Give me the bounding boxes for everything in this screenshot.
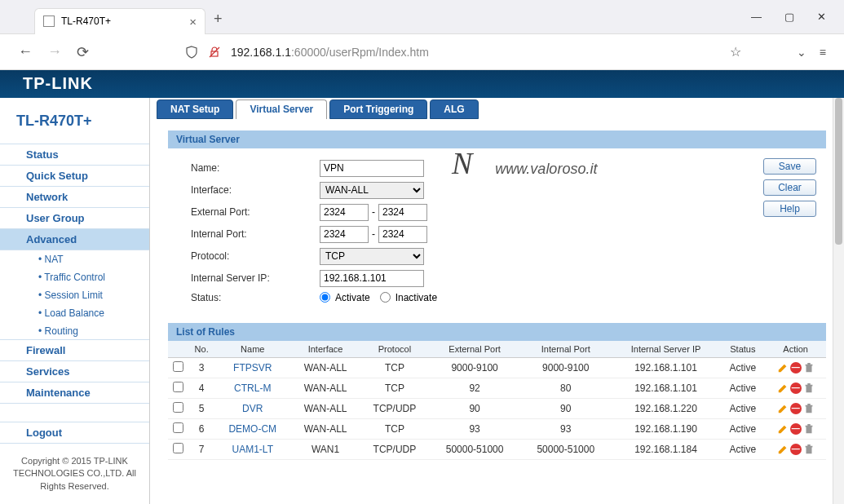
- table-row: 7UAM1-LTWAN1TCP/UDP50000-5100050000-5100…: [168, 439, 826, 459]
- tab-virtual-server[interactable]: Virtual Server: [236, 99, 327, 119]
- clear-button[interactable]: Clear: [763, 179, 816, 196]
- row-checkbox[interactable]: [173, 361, 183, 372]
- tab-title: TL-R470T+: [61, 15, 111, 27]
- row-checkbox[interactable]: [173, 402, 183, 413]
- int-port-to-input[interactable]: [378, 226, 427, 243]
- row-checkbox[interactable]: [173, 382, 183, 392]
- table-header: Action: [765, 341, 826, 358]
- tab-alg[interactable]: ALG: [430, 99, 478, 119]
- trash-icon[interactable]: [803, 423, 815, 435]
- protocol-label: Protocol:: [191, 250, 320, 262]
- ext-port-to-input[interactable]: [378, 204, 427, 221]
- reload-button[interactable]: ⟳: [77, 43, 89, 61]
- row-int-port: 90: [520, 398, 612, 418]
- content-area: NAT Setup Virtual Server Port Triggering…: [150, 98, 844, 504]
- maximize-button[interactable]: ▢: [784, 11, 794, 23]
- close-tab-icon[interactable]: ×: [189, 15, 197, 29]
- menu-icon[interactable]: ≡: [820, 46, 826, 59]
- new-tab-button[interactable]: +: [214, 11, 223, 28]
- trash-icon[interactable]: [803, 382, 815, 394]
- content-scrollbar[interactable]: [833, 98, 844, 504]
- sidebar-item-quicksetup[interactable]: Quick Setup: [0, 165, 149, 187]
- sidebar-sub-traffic[interactable]: Traffic Control: [0, 268, 149, 286]
- row-no: 3: [188, 357, 214, 378]
- trash-icon[interactable]: [803, 362, 815, 374]
- sidebar-item-status[interactable]: Status: [0, 144, 149, 166]
- close-window-button[interactable]: ✕: [817, 11, 826, 23]
- tab-nat-setup[interactable]: NAT Setup: [157, 99, 233, 119]
- edit-icon[interactable]: [777, 403, 789, 414]
- status-activate-radio[interactable]: Activate: [320, 292, 370, 303]
- remove-icon[interactable]: —: [790, 403, 802, 414]
- page-icon: [43, 15, 55, 27]
- int-port-separator: -: [372, 228, 375, 240]
- trash-icon[interactable]: [803, 403, 815, 414]
- window-controls: — ▢ ✕: [751, 11, 844, 23]
- sidebar-sub-routing[interactable]: Routing: [0, 322, 149, 340]
- remove-icon[interactable]: —: [790, 423, 802, 435]
- int-port-from-input[interactable]: [320, 226, 369, 243]
- row-name: UAM1-LT: [214, 439, 291, 459]
- row-no: 5: [188, 398, 214, 418]
- watermark: Nwww.valoroso.it: [452, 145, 597, 181]
- tab-port-triggering[interactable]: Port Triggering: [329, 99, 427, 119]
- row-no: 7: [188, 439, 214, 459]
- table-row: 3FTPSVRWAN-ALLTCP9000-91009000-9100192.1…: [168, 357, 826, 378]
- address-bar[interactable]: 192.168.1.1:60000/userRpm/Index.htm ☆: [185, 44, 741, 60]
- row-interface: WAN-ALL: [291, 378, 360, 398]
- help-button[interactable]: Help: [763, 201, 816, 217]
- remove-icon[interactable]: —: [790, 362, 802, 374]
- sidebar-item-network[interactable]: Network: [0, 186, 149, 208]
- back-button[interactable]: ←: [18, 43, 33, 60]
- sidebar-item-firewall[interactable]: Firewall: [0, 339, 149, 361]
- status-inactivate-radio[interactable]: Inactivate: [380, 292, 437, 303]
- edit-icon[interactable]: [777, 423, 789, 435]
- pocket-icon[interactable]: ⌄: [797, 46, 806, 59]
- row-checkbox[interactable]: [173, 422, 183, 433]
- ext-port-separator: -: [372, 206, 375, 218]
- row-protocol: TCP: [360, 378, 430, 398]
- sidebar-sub-session[interactable]: Session Limit: [0, 286, 149, 304]
- edit-icon[interactable]: [777, 362, 789, 374]
- bookmark-icon[interactable]: ☆: [730, 44, 741, 60]
- scroll-thumb[interactable]: [835, 98, 842, 245]
- edit-icon[interactable]: [777, 444, 789, 455]
- row-ip: 192.168.1.190: [612, 418, 721, 439]
- shield-icon: [185, 46, 198, 59]
- save-button[interactable]: Save: [763, 158, 816, 175]
- status-label: Status:: [191, 292, 320, 303]
- sidebar-sub-loadbalance[interactable]: Load Balance: [0, 304, 149, 322]
- interface-select[interactable]: WAN-ALL: [320, 182, 424, 199]
- sidebar-item-usergroup[interactable]: User Group: [0, 207, 149, 229]
- row-status: Active: [720, 418, 765, 439]
- name-input[interactable]: [320, 160, 424, 177]
- sidebar-item-maintenance[interactable]: Maintenance: [0, 382, 149, 404]
- row-checkbox[interactable]: [173, 443, 183, 453]
- table-header: Interface: [291, 341, 360, 358]
- edit-icon[interactable]: [777, 382, 789, 394]
- remove-icon[interactable]: —: [790, 444, 802, 455]
- browser-toolbar: ← → ⟳ 192.168.1.1:60000/userRpm/Index.ht…: [0, 34, 844, 70]
- rules-table: No.NameInterfaceProtocolExternal PortInt…: [168, 341, 826, 460]
- sidebar-item-advanced[interactable]: Advanced: [0, 228, 149, 250]
- sidebar-item-logout[interactable]: Logout: [0, 422, 149, 444]
- row-name: DEMO-CM: [214, 418, 291, 439]
- url-host: 192.168.1.1:60000/userRpm/Index.htm: [231, 46, 429, 59]
- sidebar-item-services[interactable]: Services: [0, 360, 149, 382]
- internal-port-label: Internal Port:: [191, 228, 320, 240]
- row-ext-port: 9000-9100: [429, 357, 520, 378]
- remove-icon[interactable]: —: [790, 382, 802, 394]
- forward-button[interactable]: →: [47, 43, 62, 60]
- minimize-button[interactable]: —: [751, 11, 762, 23]
- browser-tab[interactable]: TL-R470T+ ×: [34, 8, 205, 34]
- row-protocol: TCP/UDP: [360, 398, 430, 418]
- ext-port-from-input[interactable]: [320, 204, 369, 221]
- table-header: No.: [188, 341, 214, 358]
- server-ip-input[interactable]: [320, 270, 424, 287]
- sidebar-sub-nat[interactable]: NAT: [0, 250, 149, 268]
- row-ip: 192.168.1.101: [612, 378, 721, 398]
- protocol-select[interactable]: TCP: [320, 248, 424, 265]
- table-header: Internal Port: [520, 341, 612, 358]
- row-no: 4: [188, 378, 214, 398]
- trash-icon[interactable]: [803, 444, 815, 455]
